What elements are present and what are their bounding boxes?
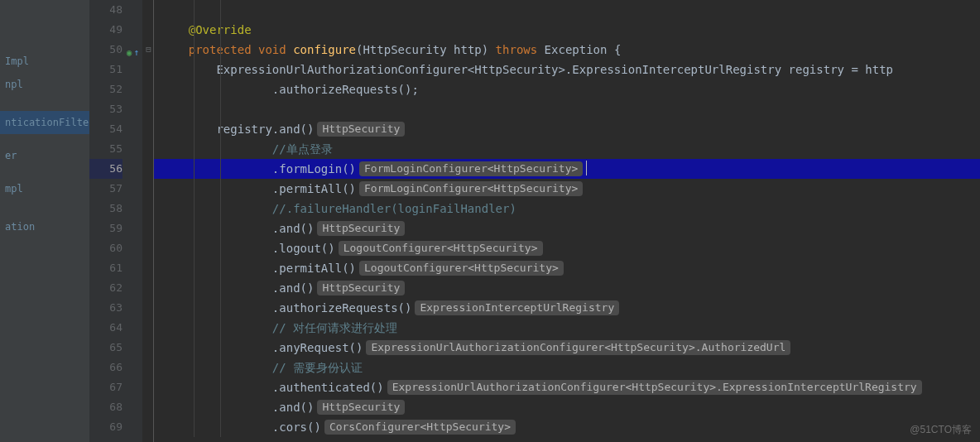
indent-guide — [220, 40, 221, 60]
indent-guide — [220, 298, 221, 318]
indent-guide — [220, 397, 221, 417]
code-line[interactable]: .cors()CorsConfigurer<HttpSecurity> — [154, 417, 980, 437]
sidebar-list: ImplnplnticationFilterermplation — [0, 50, 89, 238]
code-line[interactable]: .permitAll()FormLoginConfigurer<HttpSecu… — [154, 179, 980, 199]
type-hint: CorsConfigurer<HttpSecurity> — [324, 420, 516, 435]
indent-guide — [220, 278, 221, 298]
code-line[interactable] — [154, 0, 980, 20]
line-number: 49 — [89, 20, 122, 40]
code-token — [161, 361, 272, 374]
code-line[interactable] — [154, 99, 980, 119]
code-token — [161, 43, 189, 56]
line-number: 62 — [89, 278, 122, 298]
indent-guide — [194, 139, 195, 159]
code-line[interactable]: .anyRequest()ExpressionUrlAuthorizationC… — [154, 338, 980, 358]
code-line[interactable]: .and()HttpSecurity — [154, 219, 980, 238]
indent-guide — [194, 298, 195, 318]
indent-guide — [220, 0, 221, 20]
indent-guide — [220, 417, 221, 437]
code-token: ExpressionUrlAuthorizationConfigurer<Htt… — [161, 63, 893, 76]
code-line[interactable]: registry.and()HttpSecurity — [154, 119, 980, 139]
code-line[interactable]: //单点登录 — [154, 139, 980, 159]
code-token: .cors() — [161, 420, 321, 434]
sidebar-item[interactable]: nticationFilter — [0, 111, 89, 134]
code-token: .permitAll() — [161, 182, 356, 195]
indent-guide — [220, 179, 221, 199]
sidebar-item[interactable]: mpl — [0, 177, 89, 200]
indent-guide — [194, 318, 195, 338]
indent-guide — [220, 159, 221, 179]
code-token: .authorizeRequests(); — [161, 83, 419, 96]
code-line[interactable]: .and()HttpSecurity — [154, 397, 980, 417]
indent-guide — [220, 338, 221, 358]
override-gutter-icon[interactable]: ◉ — [127, 43, 132, 63]
code-token: //.failureHandler(loginFailHandler) — [272, 202, 516, 215]
indent-guide — [220, 258, 221, 278]
code-token: (HttpSecurity http) — [356, 43, 496, 56]
line-number: 55 — [89, 139, 122, 159]
line-number: 64 — [89, 318, 122, 338]
indent-guide — [194, 179, 195, 199]
indent-guide — [194, 219, 195, 238]
code-token: .and() — [161, 401, 314, 414]
code-line[interactable]: .formLogin()FormLoginConfigurer<HttpSecu… — [154, 159, 980, 179]
type-hint: HttpSecurity — [317, 221, 405, 236]
type-hint: HttpSecurity — [317, 281, 405, 295]
code-line[interactable]: protected void configure(HttpSecurity ht… — [154, 40, 980, 60]
code-line[interactable]: @Override — [154, 20, 980, 40]
sidebar-item[interactable]: er — [0, 144, 89, 167]
line-number: 48 — [89, 0, 122, 20]
line-number: 51 — [89, 60, 122, 79]
code-token: .and() — [161, 222, 314, 235]
indent-guide — [194, 238, 195, 258]
indent-guide — [194, 0, 195, 20]
line-number: 54 — [89, 119, 122, 139]
code-editor[interactable]: @Override protected void configure(HttpS… — [154, 0, 980, 442]
code-line[interactable]: ExpressionUrlAuthorizationConfigurer<Htt… — [154, 60, 980, 79]
code-token: // 对任何请求进行处理 — [272, 321, 397, 334]
code-line[interactable]: .permitAll()LogoutConfigurer<HttpSecurit… — [154, 258, 980, 278]
code-line[interactable]: // 对任何请求进行处理 — [154, 318, 980, 338]
indent-guide — [194, 278, 195, 298]
implements-gutter-icon[interactable]: ↑ — [133, 43, 139, 63]
code-token: .logout() — [161, 242, 335, 255]
indent-guide — [220, 219, 221, 238]
code-line[interactable]: .authorizeRequests()ExpressionInterceptU… — [154, 298, 980, 318]
indent-guide — [220, 99, 221, 119]
indent-guide — [194, 60, 195, 79]
indent-guide — [194, 258, 195, 278]
code-token: throws — [496, 43, 545, 56]
code-line[interactable]: // 需要身份认证 — [154, 358, 980, 377]
code-line[interactable]: .and()HttpSecurity — [154, 278, 980, 298]
type-hint: ExpressionUrlAuthorizationConfigurer<Htt… — [387, 380, 922, 395]
sidebar-item[interactable]: npl — [0, 73, 89, 96]
type-hint: FormLoginConfigurer<HttpSecurity> — [359, 161, 583, 176]
line-number: 53 — [89, 99, 122, 119]
indent-guide — [194, 79, 195, 99]
code-token: .formLogin() — [161, 162, 356, 175]
code-line[interactable]: .authenticated()ExpressionUrlAuthorizati… — [154, 377, 980, 397]
line-number: 61 — [89, 258, 122, 278]
code-line[interactable]: .logout()LogoutConfigurer<HttpSecurity> — [154, 238, 980, 258]
sidebar-item[interactable]: ation — [0, 215, 89, 238]
code-token — [161, 202, 272, 215]
line-number: 60 — [89, 238, 122, 258]
indent-guide — [194, 199, 195, 219]
indent-guide — [220, 318, 221, 338]
indent-guide — [194, 397, 195, 417]
code-token: .anyRequest() — [161, 341, 363, 354]
line-number: 63 — [89, 298, 122, 318]
indent-guide — [194, 377, 195, 397]
indent-guide — [194, 159, 195, 179]
code-token: Exception { — [545, 43, 622, 56]
type-hint: LogoutConfigurer<HttpSecurity> — [359, 261, 564, 276]
sidebar-item[interactable]: Impl — [0, 50, 89, 73]
type-hint: ExpressionInterceptUrlRegistry — [415, 300, 619, 315]
code-line[interactable]: //.failureHandler(loginFailHandler) — [154, 199, 980, 219]
code-line[interactable]: .authorizeRequests(); — [154, 79, 980, 99]
code-token: registry.and() — [161, 123, 314, 136]
line-number: 52 — [89, 79, 122, 99]
code-token: // 需要身份认证 — [272, 361, 363, 374]
indent-guide — [220, 20, 221, 40]
fold-handle[interactable]: ⊟ — [144, 45, 153, 54]
